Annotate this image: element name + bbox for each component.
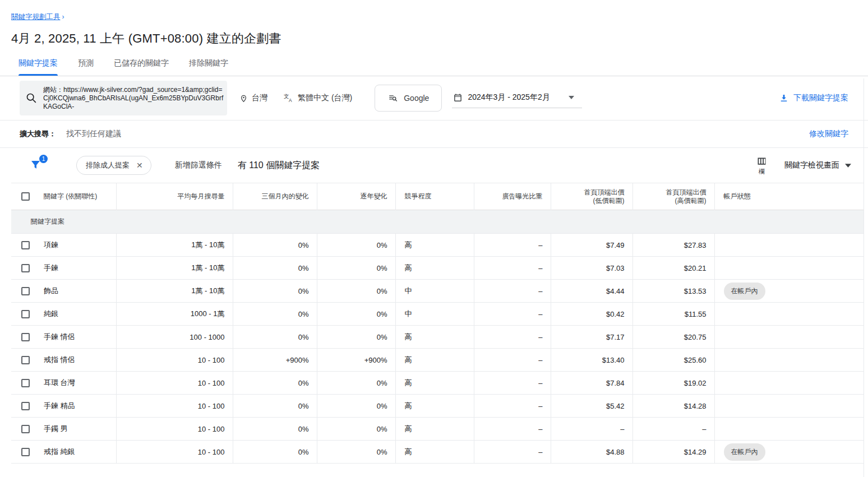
columns-button[interactable]: 欄 — [756, 155, 768, 176]
translate-icon: 文A — [283, 93, 294, 103]
date-range-selector[interactable]: 2024年3月 - 2025年2月 — [452, 88, 581, 108]
competition-cell: 高 — [395, 372, 474, 395]
yoy-change-cell: 0% — [317, 418, 395, 441]
avg-monthly-searches-cell: 10 - 100 — [116, 349, 233, 372]
language-selector[interactable]: 文A 繁體中文 (台灣) — [283, 93, 352, 103]
tab-label: 預測 — [78, 58, 94, 67]
account-status-cell — [714, 372, 864, 395]
row-checkbox[interactable] — [21, 402, 30, 410]
top-bid-high-cell: $20.75 — [632, 326, 714, 349]
tab-keyword-ideas[interactable]: 關鍵字提案 — [19, 58, 58, 76]
table-header-row: 關鍵字 (依關聯性) 平均每月搜尋量 三個月內的變化 逐年變化 競爭程度 廣告曝… — [11, 183, 864, 210]
location-selector[interactable]: 台灣 — [239, 93, 267, 103]
keyword-view-label: 關鍵字檢視畫面 — [784, 160, 839, 170]
account-status-cell: 在帳戶內 — [714, 280, 864, 303]
avg-monthly-searches-cell: 10 - 100 — [116, 441, 233, 464]
header-account-status[interactable]: 帳戶狀態 — [714, 183, 864, 210]
yoy-change-cell: 0% — [317, 303, 395, 326]
avg-monthly-searches-cell: 100 - 1000 — [116, 326, 233, 349]
competition-cell: 高 — [395, 257, 474, 280]
row-checkbox-cell — [11, 257, 39, 280]
header-keyword[interactable]: 關鍵字 (依關聯性) — [39, 183, 116, 210]
row-checkbox[interactable] — [21, 333, 30, 341]
columns-label: 欄 — [759, 168, 765, 176]
three-month-change-cell: 0% — [233, 234, 317, 257]
columns-icon — [756, 155, 768, 167]
account-status-cell — [714, 418, 864, 441]
section-label: 關鍵字提案 — [11, 210, 864, 234]
yoy-change-cell: 0% — [317, 441, 395, 464]
tab-forecast[interactable]: 預測 — [78, 58, 94, 76]
search-input[interactable]: 網站：https://www.jk-silver.com/?gad_source… — [20, 81, 227, 115]
tab-saved-keywords[interactable]: 已儲存的關鍵字 — [114, 58, 169, 76]
top-bid-high-cell: $25.60 — [632, 349, 714, 372]
three-month-change-cell: 0% — [233, 280, 317, 303]
row-checkbox[interactable] — [21, 356, 30, 364]
edit-keywords-link[interactable]: 修改關鍵字 — [809, 129, 848, 139]
row-checkbox[interactable] — [21, 310, 30, 318]
close-icon[interactable]: ✕ — [136, 161, 143, 169]
filter-funnel-button[interactable]: 1 — [29, 158, 44, 173]
header-top-bid-high[interactable]: 首頁頂端出價 (高價範圍) — [632, 183, 714, 210]
header-top-bid-low[interactable]: 首頁頂端出價 (低價範圍) — [551, 183, 632, 210]
ad-impression-share-cell: – — [474, 418, 551, 441]
filter-chip-exclude-adult[interactable]: 排除成人提案 ✕ — [76, 156, 151, 175]
header-ad-impression-share[interactable]: 廣告曝光比重 — [474, 183, 551, 210]
row-checkbox[interactable] — [21, 241, 30, 249]
yoy-change-cell: +900% — [317, 349, 395, 372]
top-bid-high-cell: $14.29 — [632, 441, 714, 464]
yoy-change-cell: 0% — [317, 280, 395, 303]
table-row: 純銀1000 - 1萬0%0%中–$0.42$11.55 — [11, 303, 864, 326]
network-value: Google — [404, 94, 429, 103]
competition-cell: 高 — [395, 395, 474, 418]
calendar-icon — [453, 93, 463, 103]
top-bid-low-cell: $4.88 — [551, 441, 632, 464]
filter-chip-label: 排除成人提案 — [86, 160, 130, 170]
header-avg-monthly-searches[interactable]: 平均每月搜尋量 — [116, 183, 233, 210]
keyword-cell: 純銀 — [39, 303, 116, 326]
select-all-checkbox[interactable] — [21, 192, 30, 201]
row-checkbox[interactable] — [21, 448, 30, 456]
keyword-view-dropdown[interactable]: 關鍵字檢視畫面 — [784, 160, 851, 170]
keyword-cell: 戒指 純銀 — [39, 441, 116, 464]
yoy-change-cell: 0% — [317, 234, 395, 257]
three-month-change-cell: 0% — [233, 326, 317, 349]
keyword-ideas-table: 關鍵字 (依關聯性) 平均每月搜尋量 三個月內的變化 逐年變化 競爭程度 廣告曝… — [11, 183, 864, 464]
active-tab-underline — [19, 74, 58, 76]
download-keyword-ideas-button[interactable]: 下載關鍵字提案 — [779, 93, 848, 103]
row-checkbox[interactable] — [21, 264, 30, 272]
row-checkbox[interactable] — [21, 287, 30, 295]
header-yoy-change[interactable]: 逐年變化 — [317, 183, 395, 210]
top-bid-low-cell: $4.44 — [551, 280, 632, 303]
top-bid-low-cell: $5.42 — [551, 395, 632, 418]
row-checkbox[interactable] — [21, 425, 30, 433]
top-bid-low-cell: $7.03 — [551, 257, 632, 280]
add-filter-button[interactable]: 新增篩選條件 — [175, 160, 222, 170]
table-section-row: 關鍵字提案 — [11, 210, 864, 234]
table-row: 戒指 情侶10 - 100+900%+900%高–$13.40$25.60 — [11, 349, 864, 372]
header-three-month-change[interactable]: 三個月內的變化 — [233, 183, 317, 210]
account-status-cell — [714, 257, 864, 280]
top-bid-high-cell: – — [632, 418, 714, 441]
table-row: 項鍊1萬 - 10萬0%0%高–$7.49$27.83 — [11, 234, 864, 257]
keyword-cell: 飾品 — [39, 280, 116, 303]
location-value: 台灣 — [252, 93, 267, 103]
avg-monthly-searches-cell: 1萬 - 10萬 — [116, 280, 233, 303]
row-checkbox-cell — [11, 234, 39, 257]
search-icon — [25, 92, 38, 104]
network-selector[interactable]: Google — [375, 85, 442, 112]
ad-impression-share-cell: – — [474, 326, 551, 349]
header-line: (低價範圍) — [551, 197, 625, 205]
toolbar: 網站：https://www.jk-silver.com/?gad_source… — [0, 76, 868, 121]
table-row: 戒指 純銀10 - 1000%0%高–$4.88$14.29在帳戶內 — [11, 441, 864, 464]
three-month-change-cell: 0% — [233, 395, 317, 418]
account-status-cell — [714, 349, 864, 372]
three-month-change-cell: 0% — [233, 257, 317, 280]
ad-impression-share-cell: – — [474, 395, 551, 418]
breadcrumb-link[interactable]: 關鍵字規劃工具 — [11, 13, 61, 21]
header-competition[interactable]: 競爭程度 — [395, 183, 474, 210]
header-line: (高價範圍) — [633, 197, 707, 205]
three-month-change-cell: +900% — [233, 349, 317, 372]
tab-negative-keywords[interactable]: 排除關鍵字 — [189, 58, 228, 76]
row-checkbox[interactable] — [21, 379, 30, 387]
